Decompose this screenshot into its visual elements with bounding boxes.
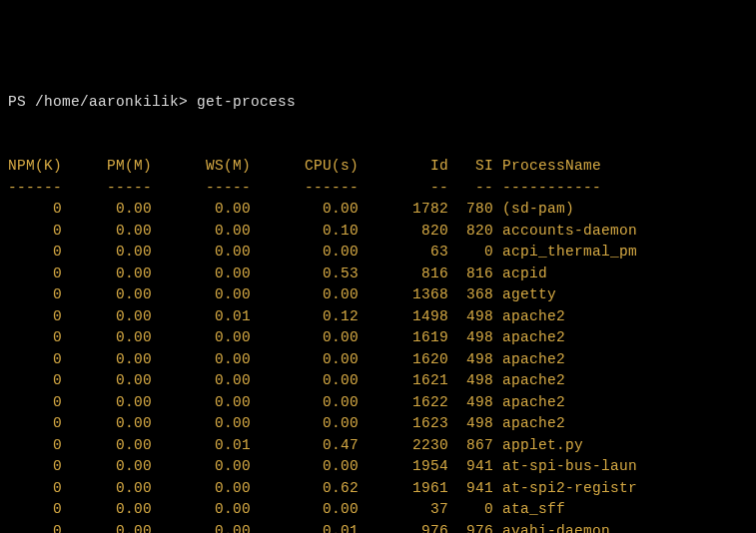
table-row: 0 0.00 0.00 0.00 1368 368 agetty [8,284,748,306]
table-row: 0 0.00 0.01 0.47 2230 867 applet.py [8,435,748,457]
table-row: 0 0.00 0.00 0.00 37 0 ata_sff [8,499,748,521]
prompt-path: /home/aaronkilik [35,94,179,110]
table-row: 0 0.00 0.00 0.00 1622 498 apache2 [8,392,748,414]
process-table: NPM(K) PM(M) WS(M) CPU(s) Id SI ProcessN… [8,156,748,533]
table-row: 0 0.00 0.00 0.00 1623 498 apache2 [8,413,748,435]
table-divider: ------ ----- ----- ------ -- -- --------… [8,178,748,200]
table-row: 0 0.00 0.00 0.00 1782 780 (sd-pam) [8,199,748,221]
table-row: 0 0.00 0.00 0.53 816 816 acpid [8,264,748,285]
prompt-command: get-process [197,94,296,110]
table-row: 0 0.00 0.00 0.62 1961 941 at-spi2-regist… [8,478,748,500]
table-row: 0 0.00 0.00 0.00 1954 941 at-spi-bus-lau… [8,456,748,478]
table-row: 0 0.00 0.00 0.00 1621 498 apache2 [8,370,748,392]
prompt-line[interactable]: PS /home/aaronkilik> get-process [8,92,748,114]
table-row: 0 0.00 0.01 0.12 1498 498 apache2 [8,306,748,328]
table-row: 0 0.00 0.00 0.00 1619 498 apache2 [8,327,748,349]
table-row: 0 0.00 0.00 0.00 1620 498 apache2 [8,349,748,371]
prompt-ps: PS [8,94,26,110]
table-row: 0 0.00 0.00 0.01 976 976 avahi-daemon [8,521,748,534]
table-header: NPM(K) PM(M) WS(M) CPU(s) Id SI ProcessN… [8,156,748,178]
table-row: 0 0.00 0.00 0.00 63 0 acpi_thermal_pm [8,242,748,264]
table-row: 0 0.00 0.00 0.10 820 820 accounts-daemon [8,221,748,243]
prompt-arrow: > [179,94,188,110]
